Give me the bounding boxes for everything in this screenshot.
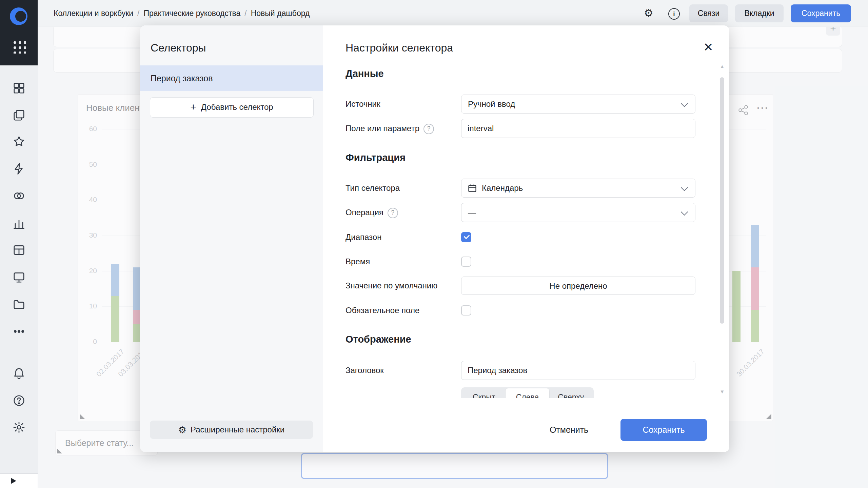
cancel-button[interactable]: Отменить	[540, 420, 598, 440]
operation-label: Операция?	[346, 203, 398, 222]
datasets-icon[interactable]	[13, 189, 25, 202]
info-icon[interactable]: i	[668, 8, 680, 20]
dialog-title: Настройки селектора	[346, 42, 453, 54]
title-input[interactable]	[461, 361, 695, 380]
range-checkbox[interactable]	[461, 232, 471, 242]
title-label: Заголовок	[346, 361, 384, 380]
scroll-up-icon[interactable]: ▲	[718, 63, 727, 69]
required-label: Обязательное поле	[346, 304, 419, 317]
required-checkbox[interactable]	[461, 305, 471, 316]
time-checkbox[interactable]	[461, 257, 471, 267]
breadcrumb: Коллекции и воркбуки/Практические руково…	[54, 0, 310, 26]
range-label: Диапазон	[346, 231, 381, 243]
selectors-panel: Селекторы Период заказов +Добавить селек…	[140, 25, 323, 452]
collections-icon[interactable]	[13, 109, 25, 122]
calendar-icon	[468, 183, 477, 193]
notifications-icon[interactable]	[13, 367, 25, 380]
save-selector-button[interactable]: Сохранить	[620, 419, 707, 441]
section-filtration: Фильтрация	[346, 152, 406, 163]
time-label: Время	[346, 256, 370, 268]
dashboards-icon[interactable]	[13, 82, 25, 95]
help-icon[interactable]	[13, 394, 25, 407]
relations-button[interactable]: Связи	[689, 4, 728, 22]
operation-select[interactable]: —	[461, 203, 695, 222]
field-input[interactable]	[461, 119, 695, 138]
question-icon[interactable]: ?	[423, 124, 434, 134]
selector-settings-dialog: Селекторы Период заказов +Добавить селек…	[140, 25, 729, 452]
gear-icon[interactable]: ⚙	[641, 0, 656, 26]
breadcrumb-current: Новый дашборд	[251, 9, 310, 18]
datalens-logo-icon[interactable]	[10, 7, 27, 25]
chevron-down-icon	[681, 208, 688, 216]
app-root: + Новые клиенты ⋯ 605040302010002.03.201…	[0, 0, 868, 488]
tabs-button[interactable]: Вкладки	[735, 4, 784, 22]
sidebar	[0, 0, 38, 488]
connections-icon[interactable]	[13, 162, 25, 175]
chevron-down-icon	[681, 184, 688, 191]
gear-icon: ⚙	[178, 425, 186, 435]
source-select[interactable]: Ручной ввод	[461, 95, 695, 114]
selector-type-label: Тип селектора	[346, 179, 400, 198]
close-icon[interactable]: ×	[699, 38, 718, 57]
selector-type-select[interactable]: Календарь	[461, 179, 695, 198]
default-value-label: Значение по умолчанию	[346, 277, 437, 295]
field-label: Поле или параметр?	[346, 119, 434, 138]
settings-icon[interactable]	[13, 421, 25, 434]
save-dashboard-button[interactable]: Сохранить	[791, 4, 851, 22]
default-value-field[interactable]: Не определено	[461, 277, 695, 295]
chevron-down-icon	[681, 100, 688, 107]
selectors-panel-title: Селекторы	[151, 42, 206, 54]
charts-icon[interactable]	[13, 217, 25, 230]
folder-icon[interactable]	[13, 298, 25, 311]
scroll-down-icon[interactable]: ▼	[718, 389, 727, 394]
question-icon[interactable]: ?	[388, 208, 398, 218]
source-label: Источник	[346, 95, 380, 114]
section-display: Отображение	[346, 334, 411, 345]
sidebar-footer	[0, 473, 38, 488]
selector-list-item[interactable]: Период заказов	[140, 65, 323, 91]
section-data: Данные	[346, 68, 384, 79]
breadcrumb-collections[interactable]: Коллекции и воркбуки	[54, 9, 133, 18]
logo-block	[0, 0, 38, 65]
header: Коллекции и воркбуки/Практические руково…	[38, 0, 868, 27]
app-switcher-icon[interactable]	[12, 40, 26, 54]
expand-sidebar-icon[interactable]	[11, 478, 16, 484]
plus-icon: +	[190, 101, 196, 113]
favorites-icon[interactable]	[13, 135, 25, 148]
breadcrumb-workbook[interactable]: Практические руководства	[143, 9, 240, 18]
add-selector-button[interactable]: +Добавить селектор	[150, 97, 314, 118]
scrollbar-thumb[interactable]	[720, 77, 724, 324]
tables-icon[interactable]	[13, 244, 25, 257]
advanced-settings-button[interactable]: ⚙Расширенные настройки	[150, 421, 313, 439]
presentations-icon[interactable]	[13, 271, 25, 284]
more-icon[interactable]	[13, 325, 25, 338]
